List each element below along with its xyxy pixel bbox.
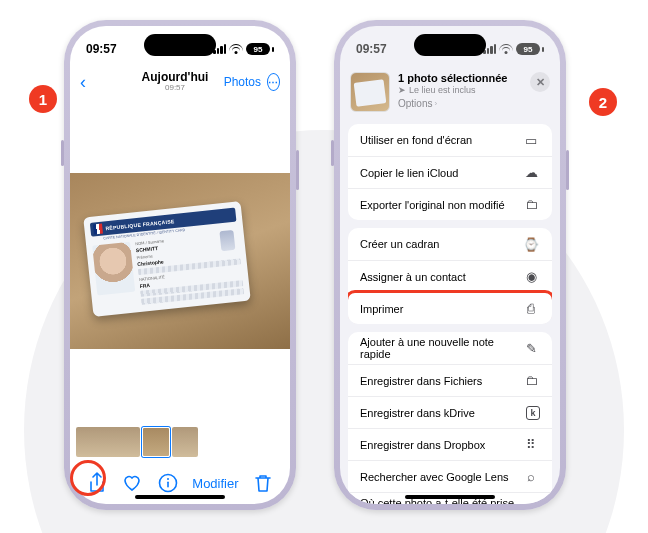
nav-subtitle: 09:57 xyxy=(142,84,209,93)
edit-button[interactable]: Modifier xyxy=(192,476,238,491)
svg-point-1 xyxy=(167,478,169,480)
home-indicator[interactable] xyxy=(135,495,225,499)
action-wallpaper[interactable]: Utiliser en fond d'écran▭ xyxy=(348,124,552,156)
action-icloud-link[interactable]: Copier le lien iCloud☁ xyxy=(348,156,552,188)
action-print[interactable]: Imprimer⎙ xyxy=(348,292,552,324)
status-time: 09:57 xyxy=(356,42,387,56)
close-button[interactable]: ✕ xyxy=(530,72,550,92)
wifi-icon xyxy=(499,44,513,54)
favorite-button[interactable] xyxy=(121,472,143,494)
home-indicator[interactable] xyxy=(405,495,495,499)
wallpaper-icon: ▭ xyxy=(522,133,540,148)
action-group-3: Ajouter à une nouvelle note rapide✎ Enre… xyxy=(348,332,552,504)
photo-id-card: RÉPUBLIQUE FRANÇAISE CARTE NATIONALE D'I… xyxy=(70,173,290,349)
contact-icon: ◉ xyxy=(522,269,540,284)
dynamic-island xyxy=(144,34,216,56)
thumb-next[interactable] xyxy=(172,427,198,457)
watch-icon: ⌚ xyxy=(522,237,540,252)
dropbox-icon: ⠿ xyxy=(522,437,540,452)
action-group-1: Utiliser en fond d'écran▭ Copier le lien… xyxy=(348,124,552,220)
action-watch-face[interactable]: Créer un cadran⌚ xyxy=(348,228,552,260)
note-icon: ✎ xyxy=(523,341,540,356)
status-time: 09:57 xyxy=(86,42,117,56)
wifi-icon xyxy=(229,44,243,54)
cloud-icon: ☁ xyxy=(522,165,540,180)
annotation-2: 2 xyxy=(589,88,617,116)
action-save-files[interactable]: Enregistrer dans Fichiers🗀 xyxy=(348,364,552,396)
lens-icon: ⌕ xyxy=(522,469,540,484)
trash-button[interactable] xyxy=(252,472,274,494)
annotation-1: 1 xyxy=(29,85,57,113)
phone-left: 09:57 95 ‹ Aujourd'hui 09:57 xyxy=(64,20,296,510)
chip-icon xyxy=(219,230,235,251)
battery-icon: 95 xyxy=(246,43,274,55)
id-portrait xyxy=(92,242,135,296)
annotation-ring-share xyxy=(70,460,106,496)
sheet-location: Le lieu est inclus xyxy=(409,85,476,95)
svg-rect-2 xyxy=(167,482,169,488)
info-button[interactable] xyxy=(157,472,179,494)
printer-icon: ⎙ xyxy=(522,301,540,316)
dynamic-island xyxy=(414,34,486,56)
sheet-title: 1 photo sélectionnée xyxy=(398,72,522,84)
search-icon: ⌕ xyxy=(522,501,540,504)
sheet-thumb xyxy=(350,72,390,112)
more-button[interactable]: ⋯ xyxy=(267,73,280,91)
action-save-dropbox[interactable]: Enregistrer dans Dropbox⠿ xyxy=(348,428,552,460)
flag-fr-icon xyxy=(93,224,103,235)
photos-link[interactable]: Photos xyxy=(224,75,261,89)
action-google-lens[interactable]: Rechercher avec Google Lens⌕ xyxy=(348,460,552,492)
folder-icon: 🗀 xyxy=(522,197,540,212)
nav-bar: ‹ Aujourd'hui 09:57 Photos ⋯ xyxy=(70,64,290,100)
thumb-selected[interactable] xyxy=(142,427,170,457)
screen-share-sheet: 09:57 95 1 photo sélectionnée ➤Le lieu e… xyxy=(340,26,560,504)
share-sheet-header: 1 photo sélectionnée ➤Le lieu est inclus… xyxy=(340,64,560,116)
thumb-group[interactable] xyxy=(76,427,140,457)
options-button[interactable]: Options› xyxy=(398,98,522,109)
action-assign-contact[interactable]: Assigner à un contact◉ xyxy=(348,260,552,292)
photo-viewer[interactable]: RÉPUBLIQUE FRANÇAISE CARTE NATIONALE D'I… xyxy=(70,100,290,422)
location-icon: ➤ xyxy=(398,85,406,95)
action-quick-note[interactable]: Ajouter à une nouvelle note rapide✎ xyxy=(348,332,552,364)
screen-photos: 09:57 95 ‹ Aujourd'hui 09:57 xyxy=(70,26,290,504)
thumbnail-strip[interactable] xyxy=(70,422,290,462)
battery-icon: 95 xyxy=(516,43,544,55)
action-export-original[interactable]: Exporter l'original non modifié🗀 xyxy=(348,188,552,220)
folder-icon: 🗀 xyxy=(522,373,540,388)
action-list[interactable]: Utiliser en fond d'écran▭ Copier le lien… xyxy=(340,116,560,504)
kdrive-icon: k xyxy=(526,406,540,420)
action-group-2: Créer un cadran⌚ Assigner à un contact◉ … xyxy=(348,228,552,324)
back-button[interactable]: ‹ xyxy=(80,72,86,93)
phone-right: 09:57 95 1 photo sélectionnée ➤Le lieu e… xyxy=(334,20,566,510)
action-save-kdrive[interactable]: Enregistrer dans kDrivek xyxy=(348,396,552,428)
